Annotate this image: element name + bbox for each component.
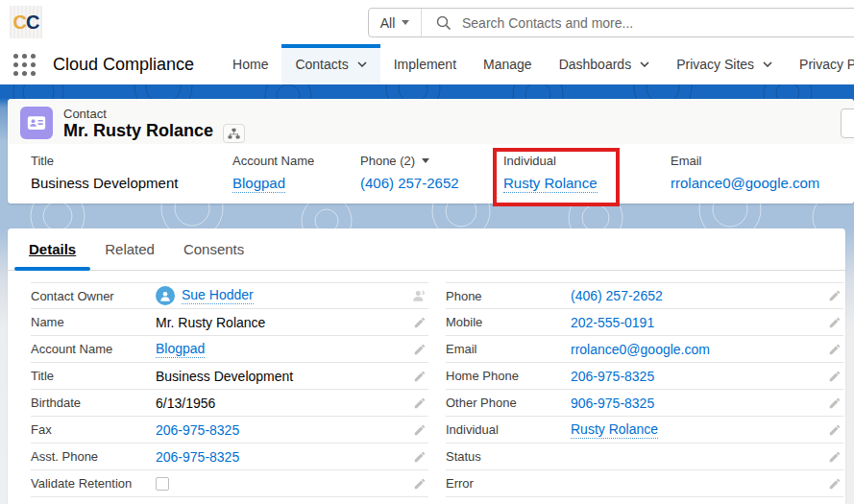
detail-row-title: Title Business Development <box>31 363 428 390</box>
change-owner-icon[interactable] <box>412 289 427 303</box>
chevron-down-icon <box>357 61 367 67</box>
edit-pencil-icon[interactable] <box>828 343 842 356</box>
tab-label: Details <box>29 241 76 257</box>
field-label: Account Name <box>31 342 156 356</box>
field-label: Status <box>446 449 571 464</box>
edit-pencil-icon[interactable] <box>413 396 427 410</box>
nav-item-label: Privacy Pol <box>799 57 854 72</box>
search-icon <box>436 15 451 31</box>
nav-item-privacy-sites[interactable]: Privacy Sites <box>663 44 786 84</box>
detail-row-email: Email rrolance0@google.com <box>446 336 843 363</box>
highlight-field-value: Business Development <box>31 175 178 191</box>
detail-field-grid: Contact Owner Sue Hodder Name Mr. Rusty … <box>31 282 843 497</box>
dropdown-arrow-icon <box>402 20 409 25</box>
detail-row-home-phone: Home Phone 206-975-8325 <box>446 363 843 390</box>
chevron-down-icon <box>640 61 649 67</box>
record-highlights-panel: Contact Mr. Rusty Rolance Title Business… <box>8 99 854 204</box>
edit-pencil-icon[interactable] <box>828 423 842 437</box>
tab-consents[interactable]: Consents <box>169 228 258 270</box>
edit-pencil-icon[interactable] <box>413 423 427 437</box>
edit-pencil-icon[interactable] <box>828 396 842 410</box>
edit-pencil-icon[interactable] <box>828 450 842 464</box>
highlight-field-value[interactable]: rrolance0@google.com <box>671 175 819 191</box>
field-value[interactable]: Rusty Rolance <box>571 421 658 439</box>
validate-retention-checkbox[interactable] <box>156 477 169 491</box>
highlight-field-label: Email <box>671 154 819 168</box>
tab-details[interactable]: Details <box>14 228 90 270</box>
field-value[interactable]: 206-975-8325 <box>571 369 654 384</box>
app-nav-bar: Cloud Compliance Home Contacts Implement… <box>0 44 854 84</box>
view-hierarchy-button[interactable] <box>223 124 245 143</box>
nav-items: Home Contacts Implement Manage Dashboard… <box>219 44 854 84</box>
detail-row-asst-phone: Asst. Phone 206-975-8325 <box>31 444 428 470</box>
nav-item-label: Contacts <box>295 57 348 72</box>
tab-related[interactable]: Related <box>90 228 169 270</box>
nav-item-contacts[interactable]: Contacts <box>281 44 379 84</box>
field-label: Contact Owner <box>31 289 156 303</box>
record-header: Contact Mr. Rusty Rolance <box>8 99 854 144</box>
edit-pencil-icon[interactable] <box>828 477 842 491</box>
owner-avatar <box>156 286 175 305</box>
nav-item-label: Dashboards <box>559 57 632 72</box>
field-value[interactable]: 206-975-8325 <box>156 449 239 465</box>
app-launcher-waffle-icon[interactable] <box>13 54 36 76</box>
nav-item-dashboards[interactable]: Dashboards <box>546 44 664 84</box>
global-search: All Search Contacts and more... <box>368 8 854 37</box>
edit-pencil-icon[interactable] <box>828 370 842 383</box>
edit-pencil-icon[interactable] <box>413 370 427 383</box>
field-label: Birthdate <box>31 396 156 410</box>
detail-row-mobile: Mobile 202-555-0191 <box>446 309 843 336</box>
highlight-field-value[interactable]: Rusty Rolance <box>503 175 598 193</box>
search-scope-selector[interactable]: All <box>369 9 422 36</box>
edit-pencil-icon[interactable] <box>828 316 842 329</box>
field-value[interactable]: Blogpad <box>156 341 205 358</box>
search-scope-label: All <box>380 15 396 31</box>
edit-pencil-icon[interactable] <box>828 289 842 302</box>
page-content: Contact Mr. Rusty Rolance Title Business… <box>0 84 854 504</box>
record-action-button-partial[interactable] <box>841 108 854 138</box>
field-value[interactable]: rrolance0@google.com <box>571 342 710 357</box>
field-value: Business Development <box>156 369 293 384</box>
nav-item-implement[interactable]: Implement <box>380 44 470 84</box>
field-value[interactable]: 202-555-0191 <box>571 315 654 330</box>
highlight-field-label: Phone (2) <box>360 154 459 168</box>
highlight-field-email: Email rrolance0@google.com <box>671 154 819 192</box>
field-label: Error <box>446 476 571 491</box>
edit-pencil-icon[interactable] <box>413 343 427 356</box>
field-label: Other Phone <box>446 396 571 410</box>
search-input[interactable]: Search Contacts and more... <box>462 15 633 31</box>
field-value: 6/13/1956 <box>156 396 215 411</box>
field-value[interactable]: 206-975-8325 <box>156 422 239 438</box>
detail-row-contact-owner: Contact Owner Sue Hodder <box>31 282 428 309</box>
detail-row-status: Status <box>446 444 843 470</box>
field-value[interactable]: 906-975-8325 <box>571 396 654 411</box>
field-label: Asst. Phone <box>31 449 156 464</box>
nav-item-label: Privacy Sites <box>676 57 754 72</box>
detail-row-validate-retention: Validate Retention <box>31 470 428 497</box>
nav-item-label: Manage <box>483 57 532 72</box>
background-wave-texture <box>0 204 854 228</box>
record-tabs: Details Related Consents <box>8 228 845 271</box>
field-label: Mobile <box>446 315 571 329</box>
highlight-field-label: Title <box>31 154 178 168</box>
edit-pencil-icon[interactable] <box>413 477 427 491</box>
tab-label: Related <box>105 241 155 257</box>
highlight-field-value[interactable]: Blogpad <box>232 175 285 193</box>
tab-label: Consents <box>183 241 244 257</box>
field-label: Home Phone <box>446 369 571 383</box>
field-label: Phone <box>446 289 571 303</box>
field-value[interactable]: (406) 257-2652 <box>571 288 663 303</box>
detail-row-name: Name Mr. Rusty Rolance <box>31 309 428 336</box>
detail-row-individual: Individual Rusty Rolance <box>446 417 843 444</box>
edit-pencil-icon[interactable] <box>413 450 427 464</box>
detail-column-right: Phone (406) 257-2652 Mobile 202-555-0191… <box>446 282 843 497</box>
edit-pencil-icon[interactable] <box>413 316 427 329</box>
detail-row-account-name: Account Name Blogpad <box>31 336 428 363</box>
detail-column-left: Contact Owner Sue Hodder Name Mr. Rusty … <box>31 282 428 497</box>
nav-item-privacy-pol[interactable]: Privacy Pol <box>786 44 854 84</box>
field-value[interactable]: Sue Hodder <box>182 287 254 304</box>
highlight-field-value[interactable]: (406) 257-2652 <box>360 175 459 191</box>
nav-item-manage[interactable]: Manage <box>470 44 546 84</box>
nav-item-home[interactable]: Home <box>219 44 281 84</box>
dropdown-arrow-icon[interactable] <box>422 158 429 163</box>
